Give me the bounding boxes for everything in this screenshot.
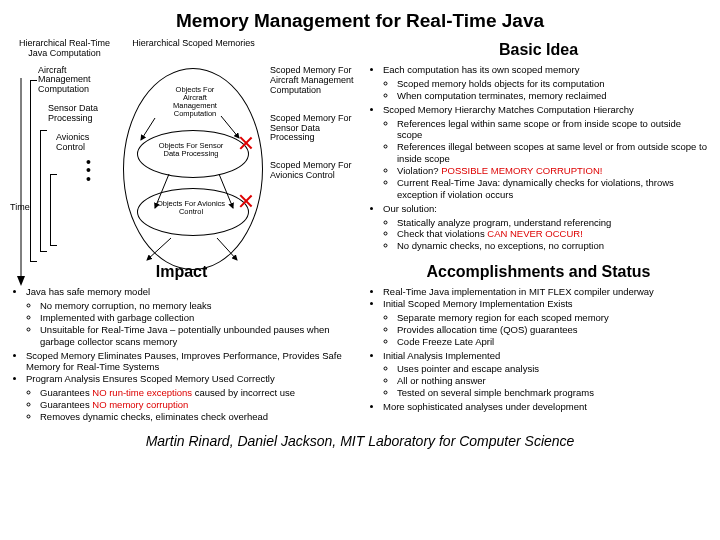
list-item: Uses pointer and escape analysis: [397, 363, 708, 375]
list-item: Code Freeze Late April: [397, 336, 708, 348]
impact-column: Impact Java has safe memory model No mem…: [12, 260, 351, 425]
hierarchy-column: Hierarchical Real-Time Java Computation …: [12, 38, 117, 254]
list-item: Violation? POSSIBLE MEMORY CORRUPTION!: [397, 165, 708, 177]
list-item: References legal within same scope or fr…: [397, 118, 708, 142]
footer-credits: Martin Rinard, Daniel Jackson, MIT Labor…: [12, 433, 708, 449]
list-item: Initial Analysis Implemented: [383, 350, 708, 362]
list-item: Initial Scoped Memory Implementation Exi…: [383, 298, 708, 310]
list-item: Our solution:: [383, 203, 708, 215]
scope-sensor: Scoped Memory For Sensor Data Processing: [270, 114, 365, 144]
list-item: Each computation has its own scoped memo…: [383, 64, 708, 76]
list-item: Scoped memory holds objects for its comp…: [397, 78, 708, 90]
page-title: Memory Management for Real-Time Java: [12, 10, 708, 32]
bracket-icon: [30, 80, 37, 262]
node-sensor: Sensor Data Processing: [48, 104, 117, 123]
list-item: Statically analyze program, understand r…: [397, 217, 708, 229]
bracket-icon: [50, 174, 57, 246]
time-arrow: [12, 78, 26, 254]
hierarchy-label: Hierarchical Real-Time Java Computation: [12, 38, 117, 58]
list-item: Program Analysis Ensures Scoped Memory U…: [26, 373, 351, 385]
diagram-column: Hierarchical Scoped Memories Objects For…: [121, 38, 266, 254]
list-item: Tested on several simple benchmark progr…: [397, 387, 708, 399]
list-item: Guarantees NO run-time exceptions caused…: [40, 387, 351, 399]
list-item: Real-Time Java implementation in MIT FLE…: [383, 286, 708, 298]
diagram-title: Hierarchical Scoped Memories: [121, 38, 266, 48]
basic-idea-column: Basic Idea Each computation has its own …: [369, 38, 708, 254]
list-item: Removes dynamic checks, eliminates check…: [40, 411, 351, 423]
node-avionics: Avionics Control: [56, 133, 117, 152]
list-item: No dynamic checks, no exceptions, no cor…: [397, 240, 708, 252]
list-item: Implemented with garbage collection: [40, 312, 351, 324]
node-aircraft: Aircraft Management Computation: [38, 66, 117, 94]
svg-line-7: [217, 238, 237, 260]
bracket-icon: [40, 130, 47, 252]
time-label: Time: [10, 202, 30, 212]
list-item: Current Real-Time Java: dynamically chec…: [397, 177, 708, 201]
basic-heading: Basic Idea: [369, 40, 708, 60]
list-item: Scoped Memory Eliminates Pauses, Improve…: [26, 350, 351, 374]
list-item: Provides allocation time (QOS) guarantee…: [397, 324, 708, 336]
list-item: References illegal between scopes at sam…: [397, 141, 708, 165]
arrows-icon: [121, 68, 266, 278]
list-item: More sophisticated analyses under develo…: [383, 401, 708, 413]
scope-avionics: Scoped Memory For Avionics Control: [270, 161, 365, 181]
list-item: Check that violations CAN NEVER OCCUR!: [397, 228, 708, 240]
list-item: No memory corruption, no memory leaks: [40, 300, 351, 312]
scope-aircraft: Scoped Memory For Aircraft Management Co…: [270, 66, 365, 96]
svg-line-4: [155, 174, 169, 208]
svg-line-3: [221, 116, 239, 138]
ellipsis-icon: •••: [86, 158, 117, 183]
list-item: All or nothing answer: [397, 375, 708, 387]
list-item: Guarantees NO memory corruption: [40, 399, 351, 411]
list-item: Unsuitable for Real-Time Java – potentia…: [40, 324, 351, 348]
svg-line-2: [141, 118, 155, 140]
svg-line-6: [147, 238, 171, 260]
svg-line-5: [219, 174, 233, 208]
accomplishments-heading: Accomplishments and Status: [369, 262, 708, 282]
list-item: Java has safe memory model: [26, 286, 351, 298]
list-item: When computation terminates, memory recl…: [397, 90, 708, 102]
list-item: Scoped Memory Hierarchy Matches Computat…: [383, 104, 708, 116]
list-item: Separate memory region for each scoped m…: [397, 312, 708, 324]
scope-column: Scoped Memory For Aircraft Management Co…: [270, 38, 365, 254]
svg-marker-1: [17, 276, 25, 286]
accomplishments-column: Accomplishments and Status Real-Time Jav…: [369, 260, 708, 425]
